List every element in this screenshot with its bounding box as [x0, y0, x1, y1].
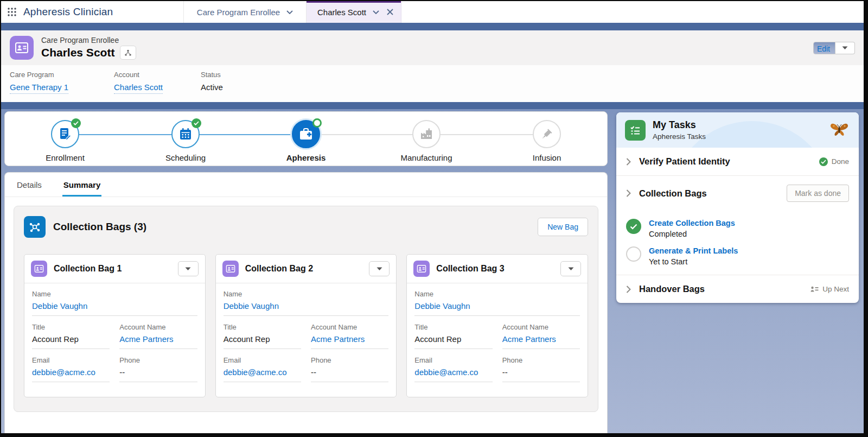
task-group-verify-patient-identity[interactable]: Verify Patient Identity Done — [616, 148, 859, 175]
bag-menu-button[interactable] — [178, 261, 199, 276]
collection-bag-card-2: Collection Bag 2 Name Debbie Vaughn — [215, 254, 397, 397]
field-email: Email debbie@acme.co — [414, 356, 492, 382]
close-icon[interactable] — [387, 9, 393, 15]
chevron-right-icon[interactable] — [626, 286, 631, 293]
bag-menu-button[interactable] — [369, 261, 390, 276]
field-email: Email debbie@acme.co — [224, 356, 301, 382]
tasks-panel-title: My Tasks — [653, 119, 706, 131]
account-link[interactable]: Acme Partners — [502, 334, 580, 349]
tasks-checklist-icon — [625, 120, 646, 141]
contact-card-icon — [31, 261, 47, 277]
account-link[interactable]: Acme Partners — [311, 334, 388, 349]
record-content-card: Details Summary Collection Bags (3) — [4, 172, 608, 433]
page-body: Enrollment — [1, 109, 864, 433]
field-phone: Phone -- — [311, 356, 388, 382]
field-label: Title — [32, 323, 110, 331]
edit-button[interactable]: Edit — [813, 42, 835, 54]
title-value: Account Rep — [414, 334, 492, 349]
field-label: Account Name — [119, 323, 197, 331]
stage-label: Manufacturing — [400, 153, 452, 162]
tab-charles-scott[interactable]: Charles Scott — [307, 1, 401, 23]
contact-name-link[interactable]: Debbie Vaughn — [224, 301, 389, 316]
task-status-done: Done — [819, 157, 849, 166]
field-account-name: Account Name Acme Partners — [311, 323, 388, 349]
tab-summary[interactable]: Summary — [62, 173, 101, 197]
calendar-icon — [178, 127, 193, 141]
title-value: Account Rep — [32, 334, 110, 349]
tab-details[interactable]: Details — [16, 173, 43, 197]
app-title: Apheresis Clinician — [23, 6, 113, 18]
contact-card-icon — [222, 261, 239, 277]
global-nav: Apheresis Clinician Care Program Enrolle… — [1, 1, 864, 23]
email-link[interactable]: debbie@acme.co — [414, 368, 492, 382]
document-icon — [58, 127, 72, 141]
task-status-up-next: Up Next — [810, 285, 849, 293]
path-stage-infusion[interactable]: Infusion — [487, 112, 607, 166]
entity-label: Care Program Enrollee — [41, 36, 136, 45]
stage-label: Scheduling — [165, 153, 206, 162]
brand-band — [1, 23, 864, 30]
subtask-link[interactable]: Generate & Print Labels — [649, 246, 738, 255]
task-group-label: Collection Bags — [639, 188, 707, 199]
task-group-collection-bags[interactable]: Collection Bags Mark as done — [616, 175, 859, 211]
field-title: Title Account Rep — [32, 323, 110, 349]
in-progress-badge-icon — [312, 118, 322, 128]
path-stage-apheresis[interactable]: Apheresis — [246, 112, 366, 166]
subtask-status: Yet to Start — [649, 257, 738, 266]
chevron-right-icon[interactable] — [626, 158, 631, 166]
record-tab-bar: Details Summary — [5, 173, 607, 197]
record-tab-label: Charles Scott — [317, 8, 366, 17]
path-stage-enrollment[interactable]: Enrollment — [5, 112, 125, 166]
subtask-create-collection-bags: Create Collection Bags Completed — [626, 219, 849, 238]
highlights-fields: Care Program Gene Therapy 1 Account Char… — [1, 65, 864, 102]
field-title: Title Account Rep — [224, 323, 301, 349]
phone-value: -- — [502, 368, 580, 382]
chevron-right-icon[interactable] — [626, 189, 631, 197]
field-label: Name — [224, 290, 389, 298]
hierarchy-button[interactable] — [120, 46, 136, 60]
chevron-down-icon[interactable] — [373, 10, 379, 14]
title-value: Account Rep — [224, 334, 301, 349]
subtask-generate-print-labels: Generate & Print Labels Yet to Start — [626, 246, 849, 266]
collection-bags-section: Collection Bags (3) New Bag Collection B… — [14, 206, 598, 412]
field-name: Name Debbie Vaughn — [224, 290, 389, 316]
tab-care-program-enrollee[interactable]: Care Program Enrollee — [184, 1, 307, 23]
field-status: Status Active — [201, 71, 223, 94]
field-label: Title — [224, 323, 301, 331]
bag-menu-button[interactable] — [560, 261, 581, 276]
field-care-program: Care Program Gene Therapy 1 — [10, 71, 114, 94]
field-name: Name Debbie Vaughn — [414, 290, 580, 316]
account-link[interactable]: Acme Partners — [119, 334, 197, 349]
field-label: Status — [201, 71, 223, 79]
subtask-link[interactable]: Create Collection Bags — [649, 219, 735, 227]
email-link[interactable]: debbie@acme.co — [32, 368, 110, 382]
chevron-down-icon[interactable] — [286, 10, 293, 14]
field-label: Phone — [311, 356, 388, 364]
contact-name-link[interactable]: Debbie Vaughn — [414, 301, 580, 316]
field-label: Title — [414, 323, 492, 331]
collection-bags-entity-icon — [24, 216, 46, 238]
field-title: Title Account Rep — [414, 323, 492, 349]
app-launcher-icon[interactable] — [8, 8, 16, 16]
task-group-handover-bags[interactable]: Handover Bags Up Next — [616, 275, 859, 303]
status-text: Done — [832, 157, 849, 166]
account-link[interactable]: Charles Scott — [114, 83, 163, 94]
new-bag-button[interactable]: New Bag — [538, 218, 588, 236]
contact-card-icon — [413, 261, 430, 277]
path-stage-manufacturing[interactable]: Manufacturing — [366, 112, 487, 166]
email-link[interactable]: debbie@acme.co — [224, 368, 301, 382]
my-tasks-header: My Tasks Apheresis Tasks — [616, 112, 859, 148]
page-title: Charles Scott — [41, 46, 114, 59]
mark-as-done-button[interactable]: Mark as done — [787, 185, 849, 202]
contact-name-link[interactable]: Debbie Vaughn — [32, 301, 197, 316]
path-stage-scheduling[interactable]: Scheduling — [125, 112, 246, 166]
stage-label: Apheresis — [286, 153, 326, 162]
care-program-enrollee-icon — [10, 36, 34, 60]
care-program-link[interactable]: Gene Therapy 1 — [10, 83, 68, 94]
edit-dropdown-button[interactable] — [835, 42, 855, 54]
object-tab-label: Care Program Enrollee — [197, 8, 280, 17]
done-check-icon — [819, 157, 828, 166]
field-label: Email — [32, 356, 110, 364]
field-account: Account Charles Scott — [114, 71, 201, 94]
page-band — [1, 102, 864, 109]
